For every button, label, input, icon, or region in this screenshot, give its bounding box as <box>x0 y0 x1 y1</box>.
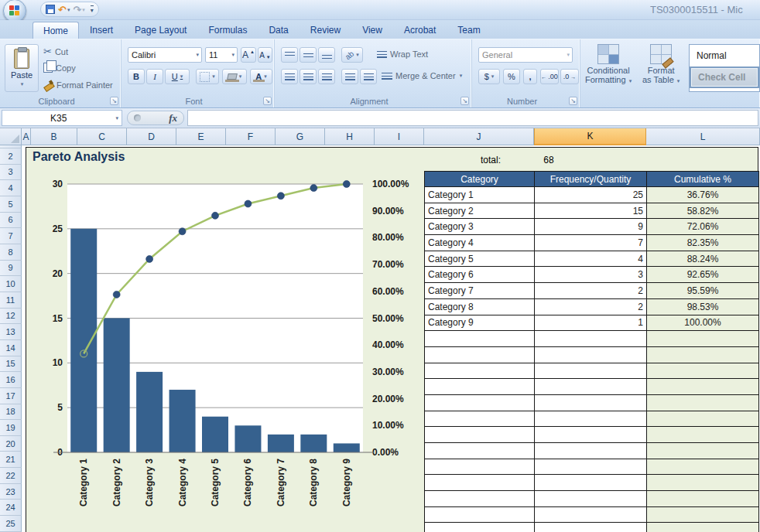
table-cell[interactable] <box>535 379 647 395</box>
table-cell[interactable] <box>647 443 759 459</box>
tab-page-layout[interactable]: Page Layout <box>124 21 197 39</box>
table-cell[interactable] <box>425 331 535 347</box>
table-cell[interactable] <box>535 475 647 491</box>
tab-acrobat[interactable]: Acrobat <box>393 21 447 39</box>
tab-view[interactable]: View <box>351 21 393 39</box>
column-header-A[interactable]: A <box>22 128 31 145</box>
row-header-9[interactable]: 9 <box>0 261 22 277</box>
table-cell[interactable]: 98.53% <box>647 299 759 315</box>
column-header-I[interactable]: I <box>375 128 424 145</box>
office-button[interactable] <box>3 0 26 22</box>
table-cell[interactable] <box>535 507 647 523</box>
decrease-indent-button[interactable] <box>341 69 358 84</box>
table-cell[interactable] <box>535 491 647 507</box>
table-cell[interactable]: 7 <box>535 235 647 251</box>
row-header-25[interactable]: 25 <box>0 516 22 532</box>
undo-button[interactable]: ↶▾ <box>58 5 70 15</box>
table-cell[interactable] <box>425 427 535 443</box>
row-header-22[interactable]: 22 <box>0 468 22 484</box>
font-dialog-launcher[interactable]: ↘ <box>263 97 272 105</box>
percent-format-button[interactable]: % <box>503 69 520 84</box>
table-cell[interactable]: 92.65% <box>647 267 759 283</box>
table-cell[interactable] <box>535 363 647 380</box>
row-header-14[interactable]: 14 <box>0 340 22 356</box>
table-cell[interactable]: Category 3 <box>425 219 535 235</box>
table-cell[interactable]: 2 <box>535 283 647 299</box>
table-cell[interactable] <box>425 347 535 363</box>
select-all-corner[interactable] <box>0 128 22 145</box>
row-header-19[interactable]: 19 <box>0 420 22 436</box>
table-cell[interactable]: 4 <box>535 251 647 268</box>
row-header-17[interactable]: 17 <box>0 388 22 404</box>
table-cell[interactable]: 3 <box>535 267 647 283</box>
column-header-G[interactable]: G <box>276 128 325 145</box>
table-cell[interactable] <box>647 395 759 411</box>
table-cell[interactable] <box>647 507 759 523</box>
table-cell[interactable]: 58.82% <box>647 203 759 220</box>
align-middle-button[interactable] <box>300 47 317 63</box>
font-size-combo[interactable]: 11 ▾ <box>205 47 238 63</box>
column-header-F[interactable]: F <box>226 128 276 145</box>
row-header-2[interactable]: 2 <box>0 148 22 165</box>
column-header-E[interactable]: E <box>176 128 226 145</box>
table-cell[interactable] <box>425 491 535 507</box>
table-cell[interactable] <box>425 507 535 523</box>
table-cell[interactable]: Category 2 <box>425 203 535 220</box>
row-header-7[interactable]: 7 <box>0 228 22 244</box>
table-cell[interactable] <box>647 459 759 476</box>
row-header-21[interactable]: 21 <box>0 452 22 468</box>
table-cell[interactable]: 100.00% <box>647 315 759 332</box>
table-cell[interactable] <box>425 379 535 395</box>
font-color-button[interactable]: A▾ <box>250 69 272 84</box>
table-cell[interactable] <box>535 331 647 347</box>
column-header-D[interactable]: D <box>127 128 176 145</box>
column-header-L[interactable]: L <box>646 128 760 145</box>
name-box[interactable]: K35 ▾ <box>2 110 122 126</box>
row-header-12[interactable]: 12 <box>0 309 22 325</box>
table-cell[interactable]: Category 6 <box>425 267 535 283</box>
clipboard-dialog-launcher[interactable]: ↘ <box>110 97 118 105</box>
number-dialog-launcher[interactable]: ↘ <box>569 97 577 105</box>
table-cell[interactable] <box>425 395 535 411</box>
conditional-formatting-button[interactable]: ConditionalFormatting ▾ <box>585 44 632 86</box>
table-header-cell[interactable]: Cumulative % <box>647 171 759 187</box>
row-header-3[interactable]: 3 <box>0 165 22 181</box>
table-cell[interactable]: Category 7 <box>425 283 535 299</box>
comma-format-button[interactable]: , <box>523 69 537 84</box>
row-header-23[interactable]: 23 <box>0 484 22 500</box>
table-cell[interactable] <box>535 459 647 476</box>
italic-button[interactable]: I <box>146 69 163 84</box>
table-cell[interactable] <box>647 379 759 395</box>
table-cell[interactable] <box>647 427 759 443</box>
table-cell[interactable]: Category 5 <box>425 251 535 268</box>
table-cell[interactable] <box>647 523 759 532</box>
customize-qat-button[interactable]: ▾ <box>91 5 94 14</box>
underline-button[interactable]: U▾ <box>165 69 190 84</box>
table-cell[interactable] <box>647 347 759 363</box>
column-header-K[interactable]: K <box>534 128 646 145</box>
paste-button[interactable]: Paste ▾ <box>5 44 39 92</box>
format-painter-button[interactable]: Format Painter <box>43 80 113 90</box>
redo-button[interactable]: ↷▾ <box>73 5 84 15</box>
table-cell[interactable] <box>535 443 647 459</box>
table-cell[interactable]: 9 <box>535 219 647 235</box>
number-format-combo[interactable]: General ▾ <box>478 47 573 63</box>
table-cell[interactable] <box>535 347 647 363</box>
table-cell[interactable]: 25 <box>535 187 647 203</box>
align-left-button[interactable] <box>281 69 298 84</box>
decrease-decimal-button[interactable]: .0→ <box>560 69 579 84</box>
tab-review[interactable]: Review <box>300 21 351 39</box>
row-header-6[interactable]: 6 <box>0 213 22 229</box>
formula-input[interactable] <box>187 110 758 126</box>
save-button[interactable] <box>46 5 55 14</box>
column-header-B[interactable]: B <box>31 128 77 145</box>
currency-format-button[interactable]: $▾ <box>478 69 500 84</box>
table-cell[interactable] <box>425 363 535 380</box>
table-cell[interactable]: 72.06% <box>647 219 759 235</box>
table-cell[interactable]: 1 <box>535 315 647 332</box>
column-header-C[interactable]: C <box>77 128 127 145</box>
font-name-combo[interactable]: Calibri ▾ <box>128 47 202 63</box>
column-header-H[interactable]: H <box>325 128 375 145</box>
borders-button[interactable]: ▾ <box>196 69 219 84</box>
format-as-table-button[interactable]: Formatas Table ▾ <box>642 44 680 86</box>
